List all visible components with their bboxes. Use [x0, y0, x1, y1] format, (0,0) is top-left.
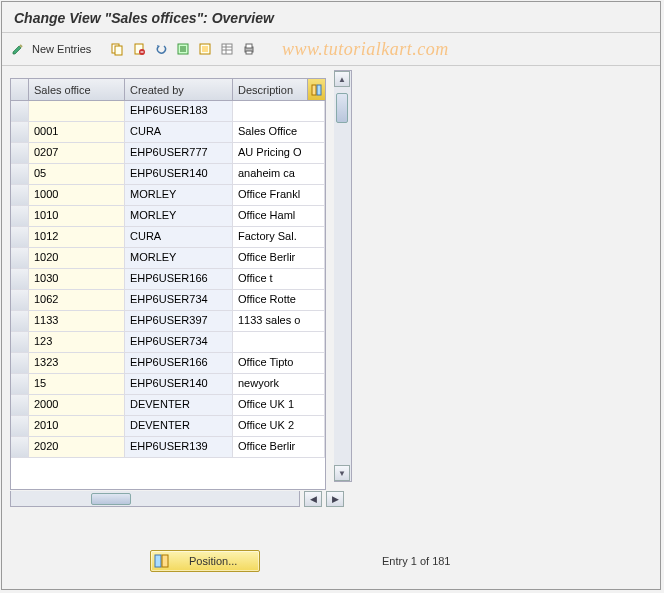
change-display-icon[interactable]: [8, 39, 28, 59]
cell-sales-office[interactable]: 1133: [29, 311, 125, 331]
table-row[interactable]: 1323EHP6USER166Office Tipto: [11, 353, 325, 374]
cell-sales-office[interactable]: 1010: [29, 206, 125, 226]
cell-description: [233, 332, 325, 352]
cell-sales-office[interactable]: 1062: [29, 290, 125, 310]
cell-description: AU Pricing O: [233, 143, 325, 163]
row-selector-header[interactable]: [11, 79, 29, 100]
table-row[interactable]: 1133EHP6USER3971133 sales o: [11, 311, 325, 332]
row-selector[interactable]: [11, 185, 29, 205]
table-view-icon[interactable]: [217, 39, 237, 59]
row-selector[interactable]: [11, 227, 29, 247]
cell-created-by: MORLEY: [125, 206, 233, 226]
cell-sales-office[interactable]: 1323: [29, 353, 125, 373]
cell-description: newyork: [233, 374, 325, 394]
svg-rect-1: [115, 46, 122, 55]
position-button[interactable]: Position...: [150, 550, 260, 572]
scroll-down-icon[interactable]: ▼: [334, 465, 350, 481]
cell-sales-office[interactable]: 1012: [29, 227, 125, 247]
cell-description: Office Tipto: [233, 353, 325, 373]
table-row[interactable]: EHP6USER183: [11, 101, 325, 122]
row-selector[interactable]: [11, 164, 29, 184]
deselect-all-icon[interactable]: [195, 39, 215, 59]
svg-rect-8: [222, 44, 232, 54]
cell-description: Office Haml: [233, 206, 325, 226]
table-row[interactable]: 1030EHP6USER166Office t: [11, 269, 325, 290]
position-icon: [151, 551, 173, 571]
cell-description: [233, 101, 325, 121]
cell-sales-office[interactable]: 123: [29, 332, 125, 352]
copy-icon[interactable]: [107, 39, 127, 59]
scroll-thumb[interactable]: [336, 93, 348, 123]
table-row[interactable]: 1020MORLEYOffice Berlir: [11, 248, 325, 269]
row-selector[interactable]: [11, 290, 29, 310]
page-left-icon[interactable]: ◀: [304, 491, 322, 507]
table-row[interactable]: 1010MORLEYOffice Haml: [11, 206, 325, 227]
cell-created-by: EHP6USER397: [125, 311, 233, 331]
delete-icon[interactable]: [129, 39, 149, 59]
position-label: Position...: [177, 555, 249, 567]
svg-rect-13: [246, 44, 252, 48]
row-selector[interactable]: [11, 416, 29, 436]
table-row[interactable]: 123EHP6USER734: [11, 332, 325, 353]
col-created-by[interactable]: Created by: [125, 79, 233, 100]
cell-sales-office[interactable]: 2020: [29, 437, 125, 457]
horizontal-scrollbar[interactable]: [10, 491, 300, 507]
row-selector[interactable]: [11, 353, 29, 373]
table-row[interactable]: 2010DEVENTEROffice UK 2: [11, 416, 325, 437]
cell-created-by: DEVENTER: [125, 416, 233, 436]
new-entries-button[interactable]: New Entries: [30, 43, 97, 55]
cell-sales-office[interactable]: 0001: [29, 122, 125, 142]
page-right-icon[interactable]: ▶: [326, 491, 344, 507]
row-selector[interactable]: [11, 311, 29, 331]
table-row[interactable]: 0001CURASales Office: [11, 122, 325, 143]
configure-columns-icon[interactable]: [307, 79, 325, 100]
cell-sales-office[interactable]: 05: [29, 164, 125, 184]
hscroll-thumb[interactable]: [91, 493, 131, 505]
table-row[interactable]: 05EHP6USER140anaheim ca: [11, 164, 325, 185]
table-row[interactable]: 2000DEVENTEROffice UK 1: [11, 395, 325, 416]
row-selector[interactable]: [11, 332, 29, 352]
vertical-scrollbar[interactable]: ▲ ▼: [334, 70, 352, 482]
row-selector[interactable]: [11, 143, 29, 163]
cell-sales-office[interactable]: [29, 101, 125, 121]
watermark: www.tutorialkart.com: [282, 39, 449, 60]
cell-created-by: EHP6USER166: [125, 353, 233, 373]
cell-created-by: EHP6USER777: [125, 143, 233, 163]
cell-description: Office UK 1: [233, 395, 325, 415]
scroll-up-icon[interactable]: ▲: [334, 71, 350, 87]
cell-created-by: EHP6USER139: [125, 437, 233, 457]
cell-description: Office t: [233, 269, 325, 289]
cell-description: Office Berlir: [233, 437, 325, 457]
undo-icon[interactable]: [151, 39, 171, 59]
cell-sales-office[interactable]: 0207: [29, 143, 125, 163]
row-selector[interactable]: [11, 122, 29, 142]
row-selector[interactable]: [11, 101, 29, 121]
cell-description: Factory Sal.: [233, 227, 325, 247]
table-header: Sales office Created by Description: [11, 79, 325, 101]
print-icon[interactable]: [239, 39, 259, 59]
cell-sales-office[interactable]: 2000: [29, 395, 125, 415]
cell-sales-office[interactable]: 1020: [29, 248, 125, 268]
row-selector[interactable]: [11, 437, 29, 457]
table-row[interactable]: 2020EHP6USER139Office Berlir: [11, 437, 325, 458]
table-row[interactable]: 15EHP6USER140newyork: [11, 374, 325, 395]
table-row[interactable]: 0207EHP6USER777AU Pricing O: [11, 143, 325, 164]
cell-description: Sales Office: [233, 122, 325, 142]
row-selector[interactable]: [11, 206, 29, 226]
cell-sales-office[interactable]: 15: [29, 374, 125, 394]
cell-sales-office[interactable]: 1030: [29, 269, 125, 289]
table-row[interactable]: 1062EHP6USER734Office Rotte: [11, 290, 325, 311]
svg-rect-7: [202, 46, 208, 52]
col-sales-office[interactable]: Sales office: [29, 79, 125, 100]
table-row[interactable]: 1000MORLEYOffice Frankl: [11, 185, 325, 206]
cell-sales-office[interactable]: 2010: [29, 416, 125, 436]
row-selector[interactable]: [11, 395, 29, 415]
cell-sales-office[interactable]: 1000: [29, 185, 125, 205]
table-row[interactable]: 1012CURAFactory Sal.: [11, 227, 325, 248]
col-description[interactable]: Description: [233, 79, 307, 100]
select-all-icon[interactable]: [173, 39, 193, 59]
row-selector[interactable]: [11, 248, 29, 268]
cell-description: Office UK 2: [233, 416, 325, 436]
row-selector[interactable]: [11, 269, 29, 289]
row-selector[interactable]: [11, 374, 29, 394]
